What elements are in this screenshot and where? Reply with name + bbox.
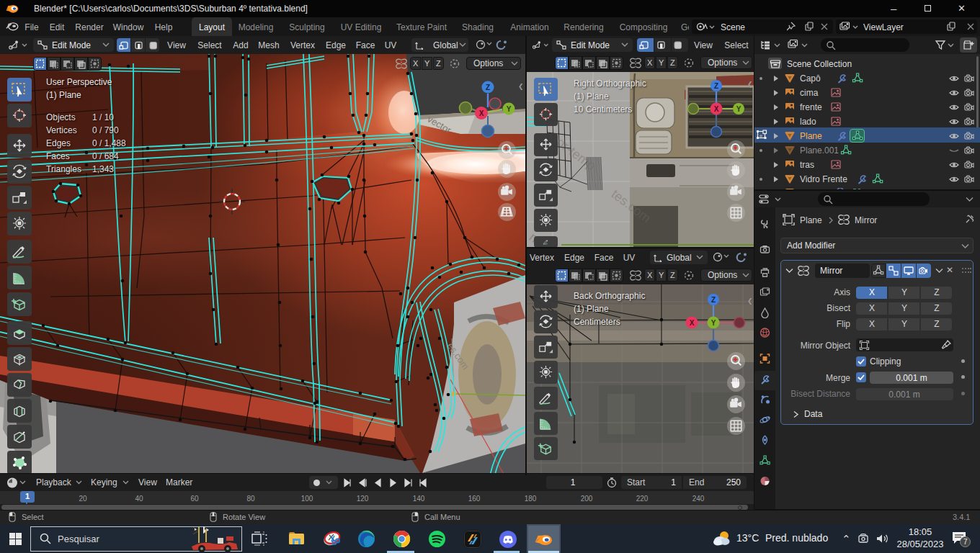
svg-text:Y: Y (736, 105, 741, 113)
svg-text:Y: Y (507, 105, 512, 113)
svg-text:X: X (690, 319, 695, 327)
svg-text:X: X (479, 109, 484, 117)
svg-text:Z: Z (486, 84, 490, 91)
svg-text:Z: Z (711, 296, 716, 304)
svg-text:X: X (714, 105, 719, 113)
svg-text:Y: Y (711, 319, 716, 327)
svg-text:Z: Z (714, 82, 718, 90)
